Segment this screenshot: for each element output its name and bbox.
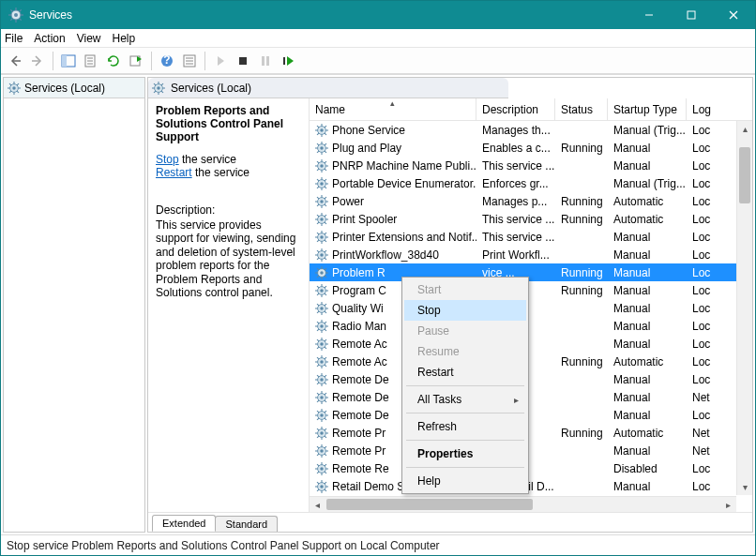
properties-button[interactable] [179, 51, 200, 71]
table-row[interactable]: Retail Demo ServiceThe Retail D...Manual… [310, 477, 752, 495]
forward-button[interactable] [27, 51, 48, 71]
table-row[interactable]: Remote DeDes...ManualLoc [310, 370, 752, 388]
service-icon [315, 266, 328, 279]
service-icon [315, 124, 328, 137]
ctx-all-tasks[interactable]: All Tasks▸ [404, 389, 526, 410]
service-icon [315, 462, 328, 475]
table-row[interactable]: Remote PrCSS ...RunningAutomaticNet [310, 424, 752, 442]
scroll-thumb[interactable] [326, 499, 533, 510]
menu-help[interactable]: Help [113, 32, 136, 45]
scroll-thumb[interactable] [739, 147, 750, 203]
table-row[interactable]: Remote Rerem...DisabledLoc [310, 459, 752, 477]
minimize-button[interactable] [627, 1, 670, 29]
col-name[interactable]: Name▴ [310, 98, 476, 120]
service-icon [315, 391, 328, 404]
maximize-button[interactable] [670, 1, 712, 29]
svg-rect-27 [239, 57, 247, 65]
service-icon [315, 355, 328, 368]
view-tabs: Extended Standard [148, 512, 752, 532]
table-row[interactable]: Quality WiWin...ManualLoc [310, 299, 752, 317]
col-status[interactable]: Status [555, 98, 608, 120]
table-row[interactable]: Printer Extensions and Notif...This serv… [310, 228, 752, 246]
table-row[interactable]: PowerManages p...RunningAutomaticLoc [310, 192, 752, 210]
horizontal-scrollbar[interactable]: ◂ ▸ [310, 496, 736, 512]
scroll-up-icon[interactable]: ▴ [737, 121, 752, 137]
table-row[interactable]: Remote Pr...ManualNet [310, 442, 752, 459]
right-pane-header: Services (Local) [148, 78, 508, 98]
stop-service-button[interactable] [233, 51, 253, 71]
svg-rect-15 [62, 55, 67, 67]
table-row[interactable]: Plug and PlayEnables a c...RunningManual… [310, 139, 752, 157]
col-logon[interactable]: Log [687, 98, 717, 120]
scroll-right-icon[interactable]: ▸ [720, 497, 736, 512]
stop-link[interactable]: Stop [156, 153, 179, 166]
ctx-restart[interactable]: Restart [404, 362, 526, 383]
svg-rect-28 [262, 56, 265, 66]
show-hide-tree-button[interactable] [58, 51, 79, 71]
ctx-properties[interactable]: Properties [404, 443, 526, 464]
services-icon [152, 82, 165, 95]
table-row[interactable]: Phone ServiceManages th...Manual (Trig..… [310, 121, 752, 139]
table-row[interactable]: Remote Deuser...ManualNet [310, 388, 752, 406]
svg-text:?: ? [163, 53, 170, 67]
service-icon [315, 409, 328, 422]
table-row[interactable]: Problem Rvice ...RunningManualLoc [310, 263, 752, 281]
window-title: Services [29, 8, 627, 22]
restart-suffix: the service [192, 166, 249, 179]
table-row[interactable]: Program Cvice ...RunningManualLoc [310, 281, 752, 299]
table-row[interactable]: PrintWorkflow_38d40Print Workfl...Manual… [310, 246, 752, 263]
scroll-down-icon[interactable]: ▾ [737, 479, 752, 495]
toolbar: ? [1, 48, 755, 74]
tab-extended[interactable]: Extended [152, 515, 216, 532]
start-service-button[interactable] [210, 51, 231, 71]
service-icon [315, 320, 328, 333]
service-icon [315, 284, 328, 297]
col-startup[interactable]: Startup Type [608, 98, 687, 120]
back-button[interactable] [5, 51, 25, 71]
table-row[interactable]: Print SpoolerThis service ...RunningAuto… [310, 210, 752, 228]
services-icon [8, 82, 21, 95]
table-row[interactable]: Remote Aca co...ManualLoc [310, 335, 752, 353]
ctx-refresh[interactable]: Refresh [404, 416, 526, 437]
left-pane-header[interactable]: Services (Local) [4, 78, 144, 98]
titlebar: Services [1, 1, 755, 29]
scroll-left-icon[interactable]: ◂ [310, 497, 325, 512]
refresh-button[interactable] [103, 51, 124, 71]
col-description[interactable]: Description [476, 98, 555, 120]
services-table: Name▴ Description Status Startup Type Lo… [310, 98, 752, 512]
table-header: Name▴ Description Status Startup Type Lo… [310, 98, 752, 121]
menu-file[interactable]: File [5, 32, 23, 45]
table-row[interactable]: Remote Aces di...RunningAutomaticLoc [310, 353, 752, 370]
vertical-scrollbar[interactable]: ▴ ▾ [736, 121, 752, 495]
left-pane: Services (Local) [3, 77, 145, 533]
right-pane-label: Services (Local) [171, 82, 251, 95]
ctx-start: Start [404, 279, 526, 300]
help-button[interactable]: ? [157, 51, 177, 71]
left-pane-label: Services (Local) [24, 82, 105, 95]
export-button[interactable] [126, 51, 146, 71]
pause-service-button[interactable] [255, 51, 276, 71]
service-icon [315, 248, 328, 262]
ctx-pause: Pause [404, 321, 526, 341]
statusbar: Stop service Problem Reports and Solutio… [1, 534, 755, 555]
table-row[interactable]: Remote Dehe r...ManualLoc [310, 406, 752, 424]
service-icon [315, 444, 328, 458]
menu-action[interactable]: Action [34, 32, 65, 45]
close-button[interactable] [712, 1, 755, 29]
menu-view[interactable]: View [77, 32, 101, 45]
ctx-help[interactable]: Help [404, 471, 526, 491]
tab-standard[interactable]: Standard [215, 516, 278, 532]
selected-service-title: Problem Reports and Solutions Control Pa… [156, 104, 301, 143]
statusbar-text: Stop service Problem Reports and Solutio… [7, 539, 440, 552]
svg-rect-11 [688, 11, 695, 19]
table-row[interactable]: Portable Device Enumerator...Enforces gr… [310, 174, 752, 192]
service-icon [315, 373, 328, 386]
export-list-button[interactable] [81, 51, 101, 71]
table-row[interactable]: PNRP Machine Name Publi...This service .… [310, 157, 752, 174]
ctx-stop[interactable]: Stop [404, 300, 526, 321]
restart-link[interactable]: Restart [156, 166, 192, 179]
table-row[interactable]: Radio Man...ManualLoc [310, 317, 752, 335]
service-icon [315, 338, 328, 351]
restart-service-button[interactable] [278, 51, 298, 71]
sort-asc-icon: ▴ [390, 98, 395, 108]
